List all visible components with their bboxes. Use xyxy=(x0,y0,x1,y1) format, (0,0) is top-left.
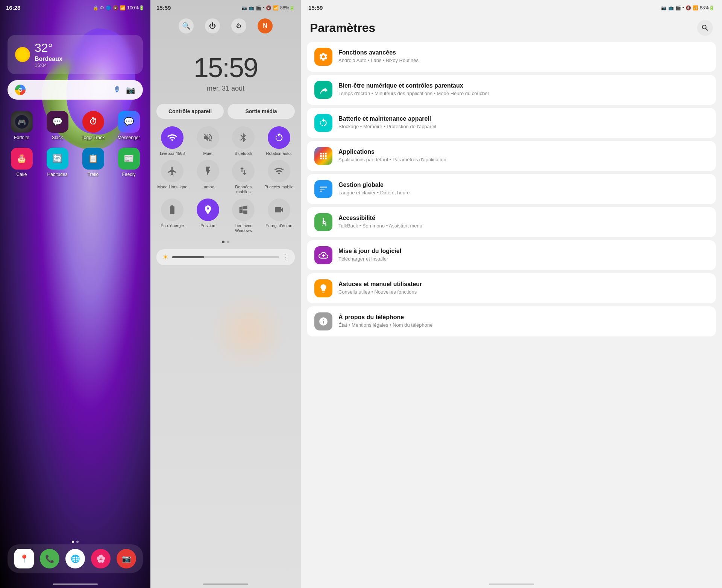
app-fortnite[interactable]: 🎮 Fortnite xyxy=(7,111,37,140)
dock-camera[interactable]: 📷 xyxy=(114,549,139,568)
wellbeing-subtitle: Temps d'écran • Minuteurs des applicatio… xyxy=(338,90,708,97)
dock-maps[interactable]: 📍 xyxy=(11,549,37,568)
home-mute-icon: 🔇 xyxy=(113,5,118,11)
about-subtitle: État • Mentions légales • Nom du télépho… xyxy=(338,322,708,329)
maps-icon[interactable]: 📍 xyxy=(14,549,34,568)
airplane-tile-icon[interactable] xyxy=(161,160,184,182)
wifi-tile-label: Livebox-4568 xyxy=(160,151,185,156)
qs-top-row: 🔍 ⏻ ⚙ N xyxy=(150,12,301,37)
record-tile-label: Enreg. d'écran xyxy=(265,223,292,228)
settings-item-global[interactable]: Gestion globale Langue et clavier • Date… xyxy=(307,174,716,204)
messenger-icon[interactable]: 💬 xyxy=(118,111,140,133)
home-nav-bar xyxy=(53,583,98,585)
qs-tile-airplane[interactable]: Mode Hors ligne xyxy=(156,160,188,194)
settings-list: Fonctions avancées Android Auto • Labs •… xyxy=(301,42,722,339)
home-gear-icon: ⚙ xyxy=(100,5,104,11)
settings-item-wellbeing[interactable]: Bien-être numérique et contrôles parenta… xyxy=(307,75,716,105)
torch-tile-icon[interactable] xyxy=(197,160,219,182)
qs-tile-bluetooth[interactable]: Bluetooth xyxy=(228,126,259,156)
battery-tile-icon[interactable] xyxy=(161,199,184,221)
fortnite-icon[interactable]: 🎮 xyxy=(11,111,33,133)
lens-search-icon[interactable]: 📷 xyxy=(126,85,135,94)
habitudes-label: Habitudes xyxy=(47,172,67,177)
location-tile-icon[interactable] xyxy=(197,199,219,221)
settings-signal-icon: 📶 xyxy=(693,5,698,11)
app-toggl[interactable]: ⏱ Toggl Track xyxy=(78,111,108,140)
toggl-icon[interactable]: ⏱ xyxy=(82,111,104,133)
qs-user-button[interactable]: N xyxy=(258,18,273,33)
qs-tile-windows[interactable]: Lien avec Windows xyxy=(228,199,259,233)
hotspot-tile-label: Pt accès mobile xyxy=(264,185,294,189)
brightness-more-icon[interactable]: ⋮ xyxy=(283,253,289,261)
settings-item-accessibility[interactable]: Accessibilité TalkBack • Son mono • Assi… xyxy=(307,207,716,237)
app-messenger[interactable]: 💬 Messenger xyxy=(114,111,144,140)
tips-text: Astuces et manuel utilisateur Conseils u… xyxy=(338,281,708,296)
settings-item-about[interactable]: À propos du téléphone État • Mentions lé… xyxy=(307,306,716,336)
settings-item-update[interactable]: Mise à jour du logiciel Télécharger et i… xyxy=(307,240,716,270)
wifi-tile-icon[interactable] xyxy=(161,126,184,149)
phone-icon[interactable]: 📞 xyxy=(40,549,59,568)
voice-search-icon[interactable]: 🎙 xyxy=(113,85,121,95)
record-tile-icon[interactable] xyxy=(268,199,290,221)
bluetooth-tile-label: Bluetooth xyxy=(235,151,252,156)
qs-tile-battery[interactable]: Éco. énergie xyxy=(156,199,188,233)
app-cake[interactable]: 🎂 Cake xyxy=(7,148,37,177)
dock-flower[interactable]: 🌸 xyxy=(88,549,114,568)
bluetooth-tile-icon[interactable] xyxy=(232,126,255,149)
camera-icon[interactable]: 📷 xyxy=(117,549,136,568)
settings-item-battery[interactable]: Batterie et maintenance appareil Stockag… xyxy=(307,108,716,138)
battery-tile-label: Éco. énergie xyxy=(161,223,184,228)
settings-search-button[interactable] xyxy=(697,20,713,36)
settings-panel: 15:59 📷 📺 🎬 • 🔇 📶 88%🔋 Paramètres Foncti… xyxy=(301,0,722,588)
slack-icon[interactable]: 💬 xyxy=(47,111,68,133)
habitudes-icon[interactable]: 🔄 xyxy=(47,148,68,170)
cake-icon[interactable]: 🎂 xyxy=(11,148,33,170)
weather-widget[interactable]: 32° Bordeaux 16:04 xyxy=(8,35,143,74)
qs-settings-button[interactable]: ⚙ xyxy=(231,18,246,33)
qs-device-control-button[interactable]: Contrôle appareil xyxy=(156,104,224,119)
search-bar[interactable]: G 🎙 📷 xyxy=(8,80,143,100)
fortnite-label: Fortnite xyxy=(14,135,29,140)
dock-chrome[interactable]: 🌐 xyxy=(62,549,88,568)
data-tile-label: Données mobiles xyxy=(228,185,259,194)
qs-tile-data[interactable]: Données mobiles xyxy=(228,160,259,194)
app-slack[interactable]: 💬 Slack xyxy=(42,111,73,140)
qs-media-output-button[interactable]: Sortie média xyxy=(228,104,295,119)
app-habitudes[interactable]: 🔄 Habitudes xyxy=(42,148,73,177)
rotation-tile-icon[interactable] xyxy=(268,126,290,149)
qs-tile-torch[interactable]: Lampe xyxy=(192,160,224,194)
app-trello[interactable]: 📋 Trello xyxy=(78,148,108,177)
airplane-tile-label: Mode Hors ligne xyxy=(157,185,187,189)
messenger-label: Messenger xyxy=(118,135,140,140)
qs-tile-rotation[interactable]: Rotation auto. xyxy=(263,126,295,156)
qs-cam-icon: 📷 xyxy=(241,5,247,11)
flower-icon[interactable]: 🌸 xyxy=(91,549,111,568)
trello-icon[interactable]: 📋 xyxy=(82,148,104,170)
qs-tile-mute[interactable]: Muet xyxy=(192,126,224,156)
settings-item-tips[interactable]: Astuces et manuel utilisateur Conseils u… xyxy=(307,273,716,303)
weather-temperature: 32° xyxy=(35,41,62,55)
qs-date: mer. 31 août xyxy=(150,85,301,92)
qs-tiles-grid: Livebox-4568 Muet Bluetooth Rotation aut… xyxy=(150,126,301,233)
chrome-icon[interactable]: 🌐 xyxy=(65,549,85,568)
qs-search-button[interactable]: 🔍 xyxy=(179,18,194,33)
trello-label: Trello xyxy=(88,172,99,177)
qs-tile-hotspot[interactable]: Pt accès mobile xyxy=(263,160,295,194)
mute-tile-icon[interactable] xyxy=(197,126,219,149)
hotspot-tile-icon[interactable] xyxy=(268,160,290,182)
qs-tile-record[interactable]: Enreg. d'écran xyxy=(263,199,295,233)
brightness-control[interactable]: ☀ ⋮ xyxy=(156,249,295,265)
data-tile-icon[interactable] xyxy=(232,160,255,182)
windows-tile-icon[interactable] xyxy=(232,199,255,221)
windows-tile-label: Lien avec Windows xyxy=(228,223,259,233)
settings-tv-icon: 📺 xyxy=(668,5,674,11)
qs-power-button[interactable]: ⏻ xyxy=(205,18,220,33)
feedly-icon[interactable]: 📰 xyxy=(118,148,140,170)
qs-tile-location[interactable]: Position xyxy=(192,199,224,233)
qs-tile-wifi[interactable]: Livebox-4568 xyxy=(156,126,188,156)
settings-item-apps[interactable]: Applications Applications par défaut • P… xyxy=(307,141,716,171)
dock-phone[interactable]: 📞 xyxy=(37,549,62,568)
settings-item-advanced[interactable]: Fonctions avancées Android Auto • Labs •… xyxy=(307,42,716,72)
app-feedly[interactable]: 📰 Feedly xyxy=(114,148,144,177)
brightness-slider[interactable] xyxy=(172,256,279,258)
